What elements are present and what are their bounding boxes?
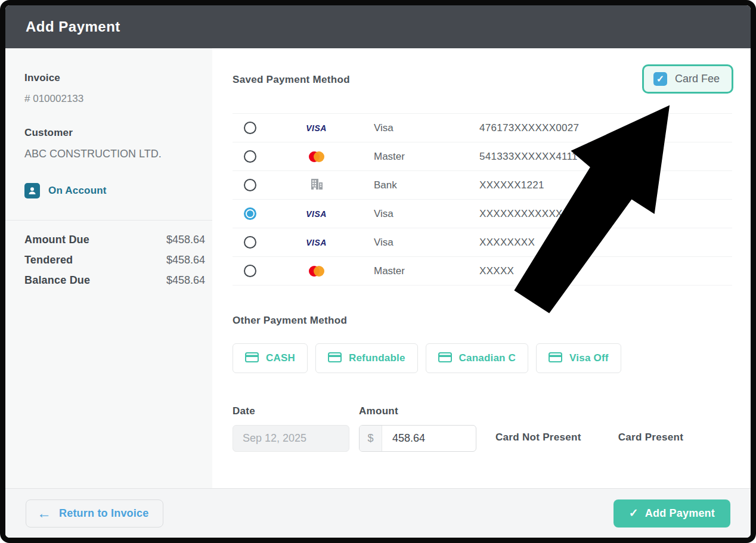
card-fee-label: Card Fee xyxy=(675,73,720,85)
bank-icon xyxy=(309,176,324,194)
payment-method-name: Master xyxy=(365,151,472,163)
credit-card-icon xyxy=(438,352,452,364)
check-icon: ✓ xyxy=(629,508,639,519)
payment-method-radio[interactable] xyxy=(244,122,256,134)
payment-fields-row: Date Amount $ Card Not Present Card Pres… xyxy=(233,405,732,452)
add-payment-button[interactable]: ✓ Add Payment xyxy=(614,499,730,528)
total-row: Balance Due $458.64 xyxy=(24,274,205,287)
saved-methods-table: VISA Visa 476173XXXXXX0027 VISA Master 5… xyxy=(233,113,732,286)
payment-method-radio[interactable] xyxy=(244,150,256,163)
visa-logo-icon: VISA xyxy=(306,209,327,219)
payment-method-number: XXXXXX1221 xyxy=(472,179,732,191)
customer-label: Customer xyxy=(24,127,212,139)
other-payment-method-button[interactable]: Refundable xyxy=(315,343,418,373)
payment-method-radio[interactable] xyxy=(244,265,256,277)
payment-method-number: XXXXXXXX xyxy=(472,237,732,249)
payment-method-name: Master xyxy=(365,265,472,277)
person-icon xyxy=(24,183,40,198)
credit-card-icon xyxy=(549,352,562,364)
saved-method-row[interactable]: VISA Visa XXXXXXXX xyxy=(233,228,732,257)
other-methods-list: CASH Refundable Canadian C Visa Off xyxy=(233,343,732,373)
invoice-label: Invoice xyxy=(24,72,212,84)
payment-method-radio[interactable] xyxy=(244,236,256,249)
currency-symbol: $ xyxy=(360,426,382,451)
total-label: Amount Due xyxy=(24,234,89,246)
saved-method-row[interactable]: VISA Master 541333XXXXXX4111 xyxy=(233,142,732,171)
date-field-group: Date xyxy=(233,405,349,452)
total-row: Amount Due $458.64 xyxy=(24,234,205,246)
payment-method-number: XXXXXXXXXXXX xyxy=(472,208,732,220)
other-payment-method-label: CASH xyxy=(266,352,295,364)
mastercard-logo-icon xyxy=(308,151,326,162)
customer-name: ABC CONSTRUCTION LTD. xyxy=(24,148,212,160)
return-to-invoice-button[interactable]: ← Return to Invoice xyxy=(26,499,163,528)
card-fee-toggle[interactable]: Card Fee xyxy=(642,64,733,94)
total-value: $458.64 xyxy=(166,274,205,287)
invoice-number: # 010002133 xyxy=(24,93,212,105)
other-payment-method-label: Refundable xyxy=(349,352,405,364)
sidebar-divider xyxy=(5,220,212,221)
credit-card-icon xyxy=(328,352,342,364)
payment-method-name: Visa xyxy=(365,122,472,134)
add-payment-label: Add Payment xyxy=(645,507,715,520)
other-payment-method-label: Canadian C xyxy=(459,352,516,364)
saved-method-row[interactable]: VISA Master XXXXX xyxy=(233,257,732,286)
modal-footer: ← Return to Invoice ✓ Add Payment xyxy=(5,488,751,538)
date-input[interactable] xyxy=(233,425,349,452)
card-present-label: Card Present xyxy=(618,432,683,443)
visa-logo-icon: VISA xyxy=(306,123,327,133)
payment-method-name: Visa xyxy=(365,237,472,249)
amount-input-wrap: $ xyxy=(359,425,476,452)
totals-list: Amount Due $458.64 Tendered $458.64 Bala… xyxy=(24,234,212,287)
visa-logo-icon: VISA xyxy=(306,238,327,247)
payment-method-number: 476173XXXXXX0027 xyxy=(472,122,732,134)
on-account-label: On Account xyxy=(48,185,107,197)
total-row: Tendered $458.64 xyxy=(24,254,205,266)
total-value: $458.64 xyxy=(166,254,205,266)
saved-method-row[interactable]: VISA Visa XXXXXXXXXXXX xyxy=(233,200,732,228)
other-payment-method-label: Visa Off xyxy=(569,352,609,364)
other-payment-heading: Other Payment Method xyxy=(233,315,732,327)
total-label: Balance Due xyxy=(24,274,90,287)
page-title: Add Payment xyxy=(26,18,120,35)
amount-input[interactable] xyxy=(382,426,476,451)
invoice-summary-sidebar: Invoice # 010002133 Customer ABC CONSTRU… xyxy=(5,48,212,488)
on-account-badge: On Account xyxy=(24,183,212,198)
add-payment-modal: Add Payment Invoice # 010002133 Customer… xyxy=(0,0,756,543)
other-payment-method-button[interactable]: Visa Off xyxy=(536,343,621,373)
payment-form-area: Saved Payment Method Card Fee VISA Visa … xyxy=(212,48,751,488)
arrow-left-icon: ← xyxy=(37,508,51,519)
payment-method-name: Bank xyxy=(365,179,472,191)
amount-label: Amount xyxy=(359,405,476,417)
total-value: $458.64 xyxy=(166,234,205,246)
other-payment-method-button[interactable]: CASH xyxy=(233,343,308,373)
payment-method-number: XXXXX xyxy=(472,265,732,277)
saved-method-row[interactable]: VISA Visa 476173XXXXXX0027 xyxy=(233,114,732,142)
card-fee-checkbox[interactable] xyxy=(653,72,667,86)
return-to-invoice-label: Return to Invoice xyxy=(59,507,148,520)
payment-method-name: Visa xyxy=(365,208,472,220)
amount-field-group: Amount $ xyxy=(359,405,476,452)
modal-header: Add Payment xyxy=(5,5,751,48)
total-label: Tendered xyxy=(24,254,73,266)
payment-method-radio[interactable] xyxy=(244,179,256,191)
modal-body: Invoice # 010002133 Customer ABC CONSTRU… xyxy=(5,48,751,488)
payment-method-number: 541333XXXXXX4111 xyxy=(472,151,732,163)
payment-method-radio[interactable] xyxy=(244,207,256,220)
mastercard-logo-icon xyxy=(308,266,326,277)
date-label: Date xyxy=(233,405,349,417)
saved-method-row[interactable]: VISA Bank XXXXXX1221 xyxy=(233,171,732,200)
credit-card-icon xyxy=(245,352,259,364)
other-payment-method-button[interactable]: Canadian C xyxy=(426,343,529,373)
card-not-present-label: Card Not Present xyxy=(495,432,581,443)
